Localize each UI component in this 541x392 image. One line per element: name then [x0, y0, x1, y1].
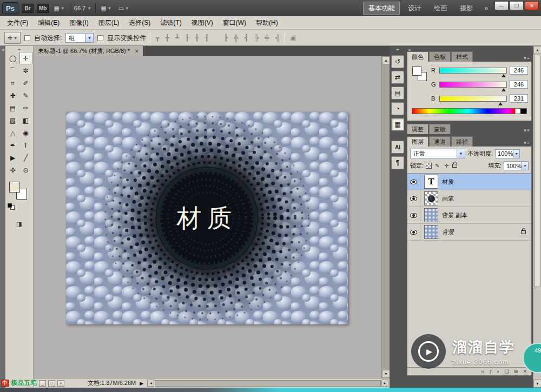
layer-row-huabi[interactable]: 画笔 — [407, 190, 531, 207]
auto-select-dropdown[interactable]: 组 ▼ — [65, 33, 94, 43]
scrollbar-thumb[interactable] — [534, 55, 540, 287]
visibility-toggle[interactable] — [407, 207, 420, 223]
blue-value-field[interactable]: 231 — [510, 94, 528, 103]
styles-panel-icon[interactable]: ▤ — [391, 87, 404, 99]
layer-name[interactable]: 背景 副本 — [442, 211, 467, 220]
link-layers-icon[interactable]: ∞ — [481, 369, 484, 374]
layer-thumbnail[interactable] — [424, 191, 438, 205]
restore-button[interactable]: ❐ — [510, 1, 524, 10]
view-extras-icon[interactable]: ▦ ▼ — [52, 5, 66, 12]
path-selection-tool[interactable]: ▶ — [6, 151, 19, 164]
scrollbar-track[interactable] — [155, 380, 381, 387]
green-slider[interactable] — [439, 82, 507, 88]
swap-panel-icon[interactable]: ⇄ — [391, 71, 404, 84]
lock-all-icon[interactable] — [452, 164, 457, 168]
tab-styles[interactable]: 样式 — [451, 51, 473, 62]
ime-button-3[interactable]: × — [57, 380, 64, 387]
distribute-bottom-icon[interactable]: ┫ — [243, 34, 249, 42]
shape-tool[interactable]: ╱ — [19, 151, 32, 164]
eraser-tool[interactable]: ▨ — [6, 114, 19, 127]
lasso-tool[interactable]: ⌒ — [6, 64, 19, 77]
new-layer-icon[interactable]: ⊞ — [514, 369, 518, 374]
menu-edit[interactable]: 编辑(E) — [33, 16, 64, 29]
scroll-up-icon[interactable]: ▲ — [382, 56, 390, 64]
paragraph-panel-icon[interactable]: ¶ — [391, 156, 404, 169]
menu-select[interactable]: 选择(S) — [124, 16, 155, 29]
panel-menu-icon[interactable]: ▼≡ — [520, 141, 532, 147]
ime-button-1[interactable]: _ — [39, 380, 46, 387]
scroll-down-icon[interactable]: ▼ — [382, 370, 390, 378]
align-vcenter-icon[interactable]: ╋ — [164, 34, 170, 42]
distribute-left-icon[interactable]: ╠ — [253, 34, 260, 42]
panel-menu-icon[interactable]: ▼≡ — [520, 56, 532, 62]
distribute-right-icon[interactable]: ╣ — [274, 34, 281, 42]
tab-close-icon[interactable]: ✕ — [135, 49, 139, 54]
lock-position-icon[interactable]: ✛ — [443, 163, 450, 169]
character-panel-icon[interactable]: AI — [391, 141, 404, 154]
history-brush-tool[interactable]: ✑ — [19, 102, 32, 114]
visibility-toggle[interactable] — [407, 224, 420, 240]
minimize-button[interactable]: — — [494, 1, 509, 10]
visibility-toggle[interactable] — [407, 190, 420, 207]
green-value-field[interactable]: 246 — [510, 80, 528, 89]
layer-row-beijing[interactable]: 背景 — [407, 224, 531, 241]
scroll-up-icon[interactable]: ▲ — [533, 46, 541, 54]
slider-thumb[interactable] — [498, 102, 503, 105]
workspace-design[interactable]: 设计 — [403, 2, 426, 15]
screen-mode-icon[interactable]: ▭ ▼ — [116, 5, 130, 12]
slider-thumb[interactable] — [502, 74, 506, 77]
clone-stamp-tool[interactable]: ▤ — [6, 102, 19, 114]
tab-channels[interactable]: 通道 — [429, 136, 451, 147]
layer-mask-icon[interactable]: ◐ — [497, 369, 499, 374]
tab-swatches[interactable]: 色板 — [429, 51, 451, 62]
lock-pixels-icon[interactable]: ✎ — [434, 163, 441, 169]
show-transform-checkbox[interactable] — [97, 35, 103, 41]
align-top-icon[interactable]: ┳ — [154, 34, 160, 42]
scroll-left-icon[interactable]: ◄ — [147, 380, 154, 387]
fill-field[interactable]: 100% ▼ — [504, 161, 529, 170]
healing-brush-tool[interactable]: ✚ — [6, 89, 19, 102]
gradient-tool[interactable]: ◧ — [19, 114, 32, 127]
layer-thumbnail[interactable] — [424, 225, 438, 239]
text-layer-thumbnail[interactable]: T — [424, 175, 438, 189]
canvas-area[interactable]: 材质 — [34, 56, 381, 378]
close-button[interactable]: ✕ — [525, 1, 539, 10]
distribute-vcenter-icon[interactable]: ╬ — [233, 34, 240, 42]
eyedropper-tool[interactable]: ✐ — [19, 77, 32, 89]
zoom-tool[interactable]: ⊙ — [19, 164, 32, 176]
pen-tool[interactable]: ✒ — [6, 139, 19, 151]
ime-name[interactable]: 极品五笔 — [11, 378, 37, 388]
workspace-painting[interactable]: 绘画 — [429, 2, 452, 15]
toolbar-collapse-icon[interactable]: ▸▸ — [18, 46, 20, 52]
ime-badge[interactable]: 中 — [1, 380, 9, 387]
document-horizontal-scrollbar[interactable]: ◄ ► — [147, 380, 388, 387]
menu-filter[interactable]: 滤镜(T) — [155, 16, 186, 29]
workspace-essentials[interactable]: 基本功能 — [363, 2, 400, 15]
arrange-documents-icon[interactable]: ▦ ▼ — [99, 5, 113, 12]
blue-slider[interactable] — [439, 96, 507, 102]
ime-button-2[interactable]: □ — [48, 380, 55, 387]
crop-tool[interactable]: ⌗ — [6, 77, 19, 89]
red-value-field[interactable]: 246 — [510, 66, 528, 75]
left-dock-collapse[interactable]: ◂◂ — [0, 46, 5, 388]
delete-layer-icon[interactable]: ✕ — [523, 369, 527, 374]
auto-align-layers-icon[interactable]: ▣ — [289, 34, 297, 42]
layer-style-icon[interactable]: ƒ — [489, 369, 492, 374]
menu-window[interactable]: 窗口(W) — [218, 16, 251, 29]
foreground-color-swatch[interactable] — [412, 67, 421, 76]
type-tool[interactable]: T — [19, 139, 32, 151]
default-colors-icon[interactable] — [8, 203, 16, 211]
align-right-icon[interactable]: ┨ — [204, 34, 210, 42]
menu-view[interactable]: 视图(V) — [187, 16, 218, 29]
blur-tool[interactable]: △ — [6, 127, 19, 139]
magic-wand-tool[interactable]: ✼ — [19, 64, 32, 77]
color-spectrum-ramp[interactable] — [412, 108, 527, 114]
tab-masks[interactable]: 蒙版 — [429, 124, 451, 134]
page-scrollbar[interactable]: ▲ ▼ — [533, 46, 541, 388]
auto-select-checkbox[interactable] — [24, 35, 30, 41]
marquee-tool[interactable]: ◯ — [6, 52, 19, 64]
align-hcenter-icon[interactable]: ╂ — [194, 34, 200, 42]
dodge-tool[interactable]: ◉ — [19, 127, 32, 139]
brushes-panel-icon[interactable]: ▦ — [391, 118, 404, 131]
blend-mode-dropdown[interactable]: 正常 ▼ — [410, 149, 465, 158]
